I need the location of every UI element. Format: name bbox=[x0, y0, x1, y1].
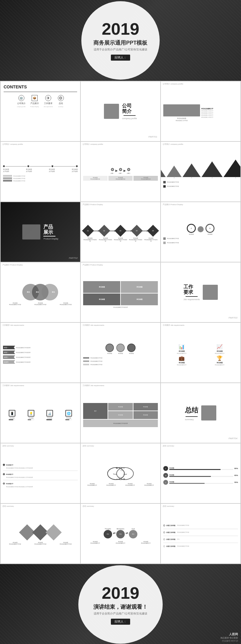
tri3 bbox=[183, 163, 201, 177]
slide-part03: 工作 要求 Job requirements PART03 bbox=[161, 262, 240, 322]
bullet2 bbox=[3, 473, 5, 475]
diamond1: 01 bbox=[82, 225, 94, 237]
city-img-6: 单击此处编辑文字内容说明 bbox=[83, 420, 158, 427]
slide-label-p6: 公司简介 company profile bbox=[163, 143, 183, 146]
contents-sub-2: Product Display bbox=[30, 106, 39, 107]
contents-item-3: ✈ 工作要求 Job requirements bbox=[44, 95, 53, 107]
bullet-c2 bbox=[163, 531, 165, 533]
bottom-hero-slide: 2019 演讲结束，谢谢观看！ 适用于企业简介/产品推广/公司宣传/文化建设 应… bbox=[0, 564, 241, 644]
diamond-cards-content: 单击标题单击此处编辑文字内容 单击标题单击此处编辑文字内容 单击标题单击此处编辑… bbox=[3, 527, 78, 545]
contents-label-4: 总结 bbox=[59, 102, 63, 105]
tri2 bbox=[167, 166, 182, 177]
stat-icon-4: 🏆 bbox=[217, 355, 223, 361]
city-img-2: 单击标题 bbox=[108, 403, 133, 411]
slide-icons-progress: 工作要求 Job requirements 📱 单击标题 💡 单击标题 🔬 单击… bbox=[1, 383, 80, 443]
image-grid: 单击标题 单击标题 单击标题 单击标题 bbox=[83, 281, 158, 305]
venn-label-r: 单击 bbox=[52, 291, 55, 293]
product-icon: 📦 bbox=[32, 95, 38, 101]
stat1: 📊 单击标题 单击此处编辑文字 bbox=[163, 344, 200, 354]
slide-ribbon-list: 工作要求 Job requirements 标题一 单击此处编辑文字内容说明 标… bbox=[1, 323, 80, 382]
contents-icons: 🏢 公司简介 company profile 📦 产品展示 Product Di… bbox=[4, 95, 77, 107]
pyramid-content: 1 2 3 4 5 bbox=[163, 160, 238, 188]
svg-text:Think: Think bbox=[113, 473, 117, 475]
slide-company-info: 公司简介 company profile 单击此处标题请在此处输入文字内容 单击… bbox=[161, 81, 240, 141]
progress1 bbox=[9, 419, 13, 420]
bottom-hero-year: 2019 bbox=[102, 585, 139, 601]
circle2: B bbox=[205, 224, 214, 233]
circles-labels: 单击此处编辑文字内容 单击此处编辑文字内容 bbox=[163, 237, 238, 245]
img-grid-4: 单击标题 bbox=[121, 293, 158, 305]
diamond-content: 01 ⟹ 02 ⟹ 03 ⟹ 04 bbox=[83, 227, 158, 242]
tri5 bbox=[224, 160, 240, 177]
ip-icon-1: 📱 bbox=[9, 410, 15, 417]
bottom-hero-circle: 2019 演讲结束，谢谢观看！ 适用于企业简介/产品推广/公司宣传/文化建设 应… bbox=[78, 565, 163, 644]
part01-en: company profile bbox=[122, 117, 137, 119]
part01-num: PART01 bbox=[149, 135, 158, 138]
company-info-content: 单击此处标题请在此处输入文字内容 单击此处编辑文字 请在此处输入内容文字 请在此… bbox=[163, 104, 238, 122]
slide-pyramid: 公司简介 company profile 1 2 3 4 bbox=[161, 142, 240, 201]
people-content: 单击标题 单击标题 单击标题 单击此处编辑文字内容 单击此处 bbox=[83, 344, 158, 366]
part03-en: Job requirements bbox=[183, 298, 200, 300]
slide-label-sp21: 总结 summary bbox=[163, 445, 174, 447]
ip4: 🌐 单击标题 bbox=[65, 410, 72, 420]
part04-image bbox=[201, 405, 216, 420]
slide-label-cy20: 总结 summary bbox=[83, 445, 94, 447]
gear-icon-2: ⚙ bbox=[119, 167, 123, 172]
arrow2: ▶ bbox=[124, 169, 126, 172]
contents-sub-4: summary bbox=[58, 106, 63, 107]
avatar1 bbox=[105, 344, 114, 352]
city-grid: 图片 单击标题 单击标题 单击标题 单击标题 单击此处编辑文字内容说明 bbox=[83, 403, 158, 427]
cycle-labels: 单击标题单击此处编辑文字 单击标题单击此处编辑文字 单击标题单击此处编辑文字 单… bbox=[83, 483, 158, 486]
contents-item-4: ⚙ 总结 summary bbox=[58, 95, 64, 107]
diamond5: 05 bbox=[147, 225, 159, 237]
bottom-brand-sub: 精品素材·每日更新 bbox=[221, 636, 238, 639]
progress2 bbox=[28, 419, 31, 420]
contents-label-1: 公司简介 bbox=[17, 102, 26, 105]
bottom-watermark: 作品编号:954718 bbox=[222, 639, 238, 642]
tl-line1 bbox=[5, 166, 27, 167]
slide-cycle: 总结 summary Think Plan Lead Trust bbox=[81, 443, 160, 503]
process-flow: ⚙ 步骤一 ▶ ⚙ 步骤二 ▶ ⚙ 步骤三 bbox=[83, 167, 158, 174]
pyramid-labels: 单击此处编辑文字内容 单击此处编辑文字内容 bbox=[163, 180, 238, 188]
diamond4: 04 bbox=[131, 225, 143, 237]
img-grid-1: 单击标题 bbox=[83, 281, 120, 293]
slide-label-p9: 产品展示 Product Display bbox=[163, 203, 183, 206]
slide-label-ig11: 产品展示 Product Display bbox=[83, 264, 103, 266]
part02-text: 产品 展示 Product Display bbox=[43, 224, 58, 240]
slide-part02: 产品 展示 Product Display PART02 bbox=[1, 202, 80, 262]
part03-num: PART03 bbox=[229, 316, 238, 319]
progress4 bbox=[65, 419, 69, 420]
slide-part01: 公司 简介 company profile PART01 bbox=[81, 81, 160, 141]
timeline-bar bbox=[3, 165, 78, 167]
bullet-c4 bbox=[163, 545, 165, 547]
venn-circle-r bbox=[42, 284, 58, 300]
part01-cn: 公司 简介 bbox=[122, 103, 137, 114]
timeline-labels: 单击标题文字说明 单击标题文字说明 单击标题文字说明 单击标题文字说明 bbox=[3, 168, 78, 173]
city-img-3: 单击标题 bbox=[133, 403, 158, 411]
slide-label-ip16: 工作要求 Job requirements bbox=[2, 384, 24, 387]
avatar2 bbox=[116, 344, 125, 352]
cycle2-c2: 单击 bbox=[116, 530, 125, 538]
slide-contents: CONTENTS 🏢 公司简介 company profile 📦 产品展示 P… bbox=[1, 81, 80, 141]
ribbon2: 标题二 单击此处编辑文字内容说明 bbox=[3, 351, 78, 354]
diamond-labels: 单击标题单击此处编辑文字内容说明 单击标题单击此处编辑文字内容说明 单击标题单击… bbox=[83, 237, 158, 242]
part03-cn: 工作 要求 bbox=[183, 284, 200, 295]
slide-label-cg17: 工作要求 Job requirements bbox=[83, 384, 104, 387]
hero-year: 2019 bbox=[102, 21, 139, 37]
part04-content: 总结 summary bbox=[185, 405, 216, 420]
company-icon: 🏢 bbox=[18, 95, 24, 101]
stats-pct-content: ★ 单击标题 80% ◆ 单击标题 65% bbox=[163, 465, 238, 485]
summary-text-content: 单击标题文字 单击此处编辑文字内容,请在此处输入文字内容说明 单击标题文字 单击… bbox=[3, 463, 78, 487]
slide-stats-icons: 工作要求 Job requirements 📊 单击标题 单击此处编辑文字 📈 … bbox=[161, 323, 240, 382]
slide-image-grid: 产品展示 Product Display 单击标题 单击标题 单击标题 单击标题… bbox=[81, 262, 160, 322]
cycle-content: Think Plan Lead Trust bbox=[83, 465, 158, 486]
cycle-diagram: Think Plan Lead Trust bbox=[107, 465, 134, 482]
bottom-brand-name: 人图网 bbox=[229, 632, 238, 636]
circle1: A bbox=[187, 224, 196, 233]
stat-icon-1: 📊 bbox=[179, 344, 185, 350]
part01-image bbox=[104, 104, 119, 119]
circles-content: A 单击标题 B 单击标题 单击此处编辑文字内容 单击此处编辑文字内容 bbox=[163, 224, 238, 245]
hero-title: 商务展示通用PPT模板 bbox=[93, 39, 147, 46]
ip2: 💡 单击标题 bbox=[28, 410, 34, 420]
slide-label-st19: 总结 summary bbox=[2, 445, 14, 447]
